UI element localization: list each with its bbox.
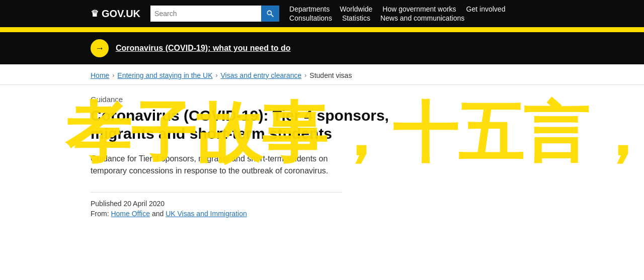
search-icon — [266, 10, 274, 18]
meta-section: Published 20 April 2020 From: Home Offic… — [91, 200, 553, 218]
breadcrumb-entering-staying[interactable]: Entering and staying in the UK — [117, 71, 212, 79]
from-label: From: — [91, 210, 109, 218]
covid-arrow-icon: → — [91, 39, 109, 57]
guidance-label: Guidance — [91, 95, 553, 104]
from-row: From: Home Office and UK Visas and Immig… — [91, 210, 553, 218]
from-home-office[interactable]: Home Office — [111, 210, 150, 218]
breadcrumb: Home › Entering and staying in the UK › … — [0, 64, 644, 85]
nav-get-involved[interactable]: Get involved — [466, 5, 506, 13]
page-title: Coronavirus (COVID-19): Tier 4 sponsors,… — [91, 107, 423, 143]
gov-logo[interactable]: ♛ GOV.UK — [91, 8, 140, 20]
content-divider — [91, 192, 342, 193]
breadcrumb-sep-3: › — [304, 72, 306, 79]
gov-logo-text: GOV.UK — [102, 8, 140, 20]
yellow-bar — [0, 27, 644, 32]
site-header: ♛ GOV.UK Departments Worldwide How gover… — [0, 0, 644, 64]
breadcrumb-home[interactable]: Home — [91, 71, 109, 79]
from-separator: and — [152, 210, 164, 218]
breadcrumb-visas-entry[interactable]: Visas and entry clearance — [220, 71, 301, 79]
search-input[interactable] — [150, 6, 261, 22]
nav-statistics[interactable]: Statistics — [342, 14, 370, 22]
covid-banner-link[interactable]: Coronavirus (COVID-19): what you need to… — [116, 44, 291, 53]
svg-line-1 — [271, 15, 274, 17]
page-description: Guidance for Tier 4 sponsors, migrants a… — [91, 153, 342, 177]
nav-how-government-works[interactable]: How government works — [382, 5, 456, 13]
main-content: 孝子故事，十五言， Guidance Coronavirus (COVID-19… — [80, 85, 564, 240]
svg-point-0 — [267, 11, 271, 15]
covid-banner: → Coronavirus (COVID-19): what you need … — [0, 32, 644, 64]
breadcrumb-sep-1: › — [112, 72, 114, 79]
published-date: Published 20 April 2020 — [91, 200, 553, 208]
nav-news-communications[interactable]: News and communications — [380, 14, 464, 22]
nav-consultations[interactable]: Consultations — [289, 14, 332, 22]
main-nav: Departments Worldwide How government wor… — [289, 5, 553, 22]
crown-icon: ♛ — [91, 8, 99, 19]
published-date-text: 20 April 2020 — [123, 200, 165, 208]
nav-worldwide[interactable]: Worldwide — [340, 5, 372, 13]
breadcrumb-sep-2: › — [215, 72, 217, 79]
from-uk-visas[interactable]: UK Visas and Immigration — [166, 210, 247, 218]
published-label: Published — [91, 200, 122, 208]
breadcrumb-current: Student visas — [309, 71, 352, 79]
search-button[interactable] — [261, 6, 279, 22]
nav-departments[interactable]: Departments — [289, 5, 330, 13]
search-bar — [150, 6, 279, 22]
